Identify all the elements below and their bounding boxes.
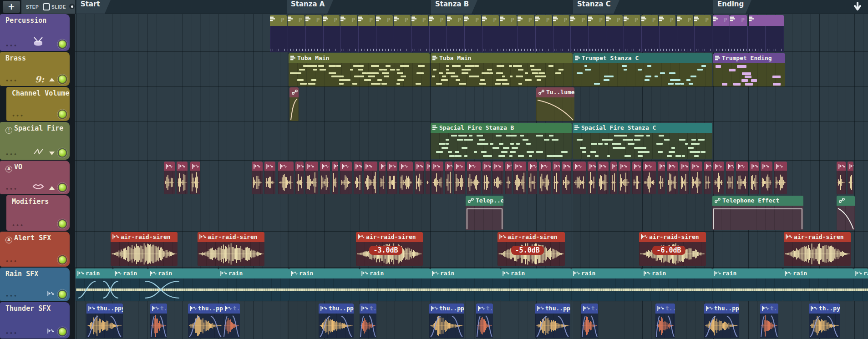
clip-air-raid-siren[interactable]: air-raid-siren [784,232,851,266]
clip-vo-audio[interactable] [736,162,748,194]
pattern-clip[interactable]: P [464,15,481,26]
clip-vo-audio[interactable] [354,162,362,194]
track-header-vo[interactable]: AVO••• [0,161,70,194]
pattern-clip[interactable]: P [553,15,570,26]
clip-thunder-audio[interactable]: t.. [360,304,376,338]
pattern-clip[interactable]: P [694,15,711,26]
track-header-rain-sfx[interactable]: Rain SFX••• [0,268,70,301]
clip-vo-audio[interactable] [467,162,481,194]
clip-vo-audio[interactable] [190,162,200,194]
clip-vo-audio[interactable] [690,162,702,194]
clip-automation[interactable] [837,196,855,230]
clip-tuba-main[interactable]: Tuba Main [289,53,430,86]
clip-rain[interactable]: rain [712,268,783,301]
mute-led[interactable] [59,40,66,48]
clip-th-py[interactable]: th..py [809,304,840,338]
clip-rain[interactable]: rain [360,268,430,301]
pattern-clip[interactable]: P [535,15,552,26]
clip-vo-audio[interactable] [305,162,318,194]
clip-trumpet-ending[interactable]: Trumpet Ending [713,53,785,86]
clip-rain[interactable]: rain [853,268,868,301]
clip-vo-audio[interactable] [164,162,175,194]
pattern-clip[interactable]: P [288,15,305,26]
clip-vo-audio[interactable] [632,162,641,194]
pattern-clip[interactable]: P [340,15,357,26]
timeline-ruler[interactable]: StartStanza AStanza BStanza CEnding [0,0,868,14]
clip-trumpet-stanza-c[interactable]: Trumpet Stanza C [573,53,712,86]
collapse-up-icon[interactable] [49,78,55,81]
track-header-thunder-sfx[interactable]: Thunder SFX••• [0,302,70,339]
pattern-clip[interactable]: P [323,15,340,26]
pattern-clip[interactable]: P [429,15,446,26]
clip-vo-audio[interactable] [340,162,352,194]
clip-thu-ppy[interactable]: thu..ppy [704,304,739,338]
clip-thu-ppy[interactable]: thu..ppy [535,304,570,338]
clip-spacial-fire-stanza-b[interactable]: Spacial Fire Stanza B [431,123,572,159]
clip-vo-audio[interactable] [252,162,263,194]
clip-vo-audio[interactable] [539,162,551,194]
clip-thunder-audio[interactable]: t.. [760,304,778,338]
pattern-clip[interactable]: P [606,15,623,26]
clip-automation[interactable] [289,87,299,121]
clip-vo-audio[interactable] [848,162,853,194]
clip-vo-audio[interactable] [704,162,711,194]
clip-vo-audio[interactable] [726,162,734,194]
clip-thu-ppy[interactable]: thu..ppy [86,304,123,338]
clip-thunder-audio[interactable]: t.. [581,304,598,338]
clip-vo-audio[interactable] [387,162,397,194]
clip-air-raid-siren[interactable]: air-raid-siren-5.0dB [497,232,565,266]
clip-vo-audio[interactable] [454,162,465,194]
clip-vo-audio[interactable] [492,162,503,194]
clip-vo-audio[interactable] [364,162,377,194]
track-header-percussion[interactable]: Percussion••• [0,14,70,51]
pattern-clip[interactable]: P [570,15,587,26]
clip-spacial-fire-stanza-c[interactable]: Spacial Fire Stanza C [573,123,712,159]
timeline-marker-start[interactable]: Start [76,0,111,14]
mute-led[interactable] [59,76,66,83]
pattern-clip[interactable]: P [624,15,640,26]
clip-rain[interactable]: rain [571,268,642,301]
pattern-clip[interactable]: P [713,15,730,26]
clip-vo-audio[interactable] [562,162,571,194]
clip-rain[interactable]: rain [501,268,571,301]
mute-led[interactable] [59,256,66,263]
pattern-clip[interactable]: P [270,15,287,26]
pattern-clip[interactable]: P [588,15,605,26]
clip-rain[interactable]: rain [783,268,853,301]
pattern-clip[interactable]: P [659,15,676,26]
pattern-clip[interactable]: P [500,15,517,26]
mute-led[interactable] [59,220,66,228]
clip-vo-audio[interactable] [588,162,596,194]
clip-vo-audio[interactable] [680,162,689,194]
clip-vo-audio[interactable] [713,162,724,194]
pattern-clip[interactable]: P [358,15,375,26]
clip-vo-audio[interactable] [598,162,609,194]
pattern-clip[interactable]: P [677,15,694,26]
pattern-clip[interactable]: P [305,15,322,26]
clip-air-raid-siren[interactable]: air-raid-siren-6.0dB [639,232,706,266]
clip-vo-audio[interactable] [320,162,330,194]
clip-vo-audio[interactable] [774,162,787,194]
clip-vo-audio[interactable] [264,162,275,194]
clip-vo-audio[interactable] [528,162,537,194]
clip-vo-audio[interactable] [750,162,759,194]
clip-vo-audio[interactable] [177,162,188,194]
clip-vo-audio[interactable] [573,162,586,194]
clip-vo-audio[interactable] [415,162,424,194]
clip-vo-audio[interactable] [513,162,526,194]
clip-rain[interactable]: rain [218,268,289,301]
clip-vo-audio[interactable] [379,162,386,194]
pattern-clip[interactable]: P [641,15,658,26]
track-header-alert-sfx[interactable]: AAlert SFX••• [0,232,70,267]
clip-vo-audio[interactable] [482,162,491,194]
clip-vo-audio[interactable] [610,162,617,194]
mute-led[interactable] [59,149,66,157]
clip-vo-audio[interactable] [431,162,443,194]
clip-air-raid-siren[interactable]: air-raid-siren-3.0dB [356,232,423,266]
clip-thunder-audio[interactable]: t.. [655,304,675,338]
mute-led[interactable] [59,184,66,191]
clip-thu-ppy[interactable]: thu..ppy [319,304,354,338]
pattern-clip[interactable]: P [411,15,428,26]
track-header-brass[interactable]: Brass•••9: [0,52,70,86]
pattern-clip[interactable]: P [730,15,747,26]
